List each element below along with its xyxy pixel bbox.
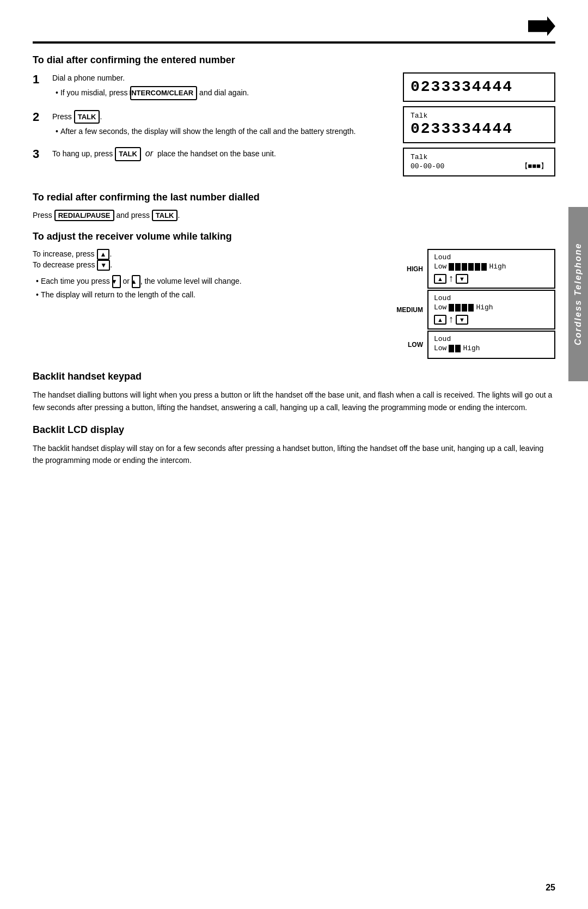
section-dial-confirm: To dial after confirming the entered num… (33, 54, 555, 181)
backlit-keypad-text: The handset dialling buttons will light … (33, 389, 555, 413)
redial-instruction: Press REDIAL/PAUSE and press TALK. (33, 210, 555, 221)
volume-panel-high: Loud Low High (427, 249, 555, 289)
bar-row-high: Low High (434, 263, 549, 271)
lcd-battery: 【■■■】 (521, 161, 548, 171)
lcd-timer-row: 00-00-00 【■■■】 (411, 161, 548, 171)
step-1-main: Dial a phone number. (52, 72, 387, 84)
up-btn-medium[interactable]: ▲ (434, 315, 446, 325)
up-btn-high[interactable]: ▲ (434, 274, 446, 284)
intercom-clear-key: INTERCOM/CLEAR (130, 86, 198, 100)
top-arrow-bar (33, 16, 555, 36)
page-container: To dial after confirming the entered num… (0, 0, 588, 909)
bar-block (475, 263, 480, 271)
talk-key-step3: TALK (115, 147, 141, 161)
step-2: 2 Press TALK. After a few seconds, the d… (33, 110, 387, 140)
bar-row-medium: Low High (434, 303, 549, 312)
lcd-display-1: 0233334444 (403, 72, 555, 102)
step-3-main: To hang up, press TALK or place the hand… (52, 147, 387, 161)
backlit-lcd-heading: Backlit LCD display (33, 424, 555, 436)
bar-block (449, 345, 454, 352)
high-text-low: High (463, 344, 480, 352)
high-text-high: High (489, 263, 506, 271)
volume-instructions: To increase, press ▲. To decrease press … (33, 249, 381, 360)
volume-heading: To adjust the receiver volume while talk… (33, 231, 555, 242)
bar-block (455, 345, 461, 352)
arrows-row-medium: ▲ ↑ ▼ (434, 314, 549, 325)
top-rule (33, 41, 555, 44)
volume-row-medium: MEDIUM Loud Low High (392, 290, 555, 330)
high-text-medium: High (476, 303, 493, 312)
volume-layout: To increase, press ▲. To decrease press … (33, 249, 555, 360)
lcd-display-2: Talk 0233334444 (403, 106, 555, 144)
bar-block (468, 304, 474, 312)
arrow-indicator-medium: ↑ (449, 314, 454, 325)
backlit-keypad-heading: Backlit handset keypad (33, 371, 555, 382)
volume-panel-medium: Loud Low High ▲ (427, 290, 555, 330)
down-btn-high[interactable]: ▼ (456, 274, 468, 284)
low-text-medium: Low (434, 303, 446, 312)
bar-block (449, 304, 454, 312)
down-key-inline: ▼ (112, 275, 121, 288)
step-2-content: Press TALK. After a few seconds, the dis… (52, 110, 387, 140)
talk-key-redial: TALK (152, 210, 178, 221)
bar-block (462, 304, 467, 312)
next-arrow-icon (528, 16, 555, 36)
down-btn-medium[interactable]: ▼ (456, 315, 468, 325)
bar-block (468, 263, 474, 271)
volume-label-low: LOW (392, 331, 427, 359)
lcd-talk-label-3: Talk (411, 153, 548, 161)
arrow-indicator-high: ↑ (449, 273, 454, 284)
step-2-number: 2 (33, 110, 46, 140)
bar-block (455, 263, 461, 271)
bar-blocks-high (449, 263, 487, 271)
redial-pause-key: REDIAL/PAUSE (54, 210, 114, 221)
dial-confirm-heading: To dial after confirming the entered num… (33, 54, 555, 66)
bar-block (449, 263, 454, 271)
step-2-main: Press TALK. (52, 110, 387, 124)
step-1-content: Dial a phone number. If you misdial, pre… (52, 72, 387, 102)
bar-block (481, 263, 487, 271)
up-arrow-key: ▲ (97, 249, 110, 260)
lcd-display-3: Talk 00-00-00 【■■■】 (403, 148, 555, 176)
side-tab-text: Cordless Telephone (573, 243, 583, 345)
step-3-content: To hang up, press TALK or place the hand… (52, 147, 387, 163)
section-backlit-keypad: Backlit handset keypad The handset diall… (33, 371, 555, 413)
low-text-high: Low (434, 263, 446, 271)
dial-confirm-layout: 1 Dial a phone number. If you misdial, p… (33, 72, 555, 181)
step-1-bullet-1: If you misdial, press INTERCOM/CLEAR and… (52, 86, 387, 100)
bar-blocks-medium (449, 304, 474, 312)
volume-row-high: HIGH Loud Low (392, 249, 555, 289)
section-volume: To adjust the receiver volume while talk… (33, 231, 555, 360)
bar-blocks-low (449, 345, 461, 352)
volume-bullet-1: Each time you press ▼ or ▲, the volume l… (33, 275, 381, 288)
down-arrow-key: ▼ (97, 260, 110, 271)
lcd-talk-label-2: Talk (411, 112, 548, 120)
volume-decrease: To decrease press ▼. (33, 260, 381, 271)
volume-panels: HIGH Loud Low (392, 249, 555, 360)
loud-label-high: Loud (434, 253, 549, 261)
bar-row-low: Low High (434, 344, 549, 352)
volume-bullet-2: The display will return to the length of… (33, 289, 381, 301)
loud-label-medium: Loud (434, 294, 549, 302)
step-3: 3 To hang up, press TALK or place the ha… (33, 147, 387, 163)
or-text: or (145, 149, 153, 158)
arrows-row-high: ▲ ↑ ▼ (434, 273, 549, 284)
volume-panel-low: Loud Low High (427, 331, 555, 359)
step-1-number: 1 (33, 72, 46, 102)
volume-row-low: LOW Loud Low High (392, 331, 555, 359)
volume-increase: To increase, press ▲. (33, 249, 381, 260)
volume-label-high: HIGH (392, 249, 427, 289)
dial-confirm-steps: 1 Dial a phone number. If you misdial, p… (33, 72, 387, 181)
lcd-number-1: 0233334444 (411, 78, 548, 96)
backlit-lcd-text: The backlit handset display will stay on… (33, 442, 555, 467)
step-1: 1 Dial a phone number. If you misdial, p… (33, 72, 387, 102)
bar-block (455, 304, 461, 312)
talk-key-step2: TALK (74, 110, 100, 124)
section-redial: To redial after confirming the last numb… (33, 192, 555, 221)
bar-block (462, 263, 467, 271)
low-text-low: Low (434, 344, 446, 352)
lcd-timer: 00-00-00 (411, 162, 444, 170)
lcd-number-2: 0233334444 (411, 120, 548, 138)
side-tab: Cordless Telephone (568, 207, 588, 381)
page-number: 25 (546, 883, 555, 893)
